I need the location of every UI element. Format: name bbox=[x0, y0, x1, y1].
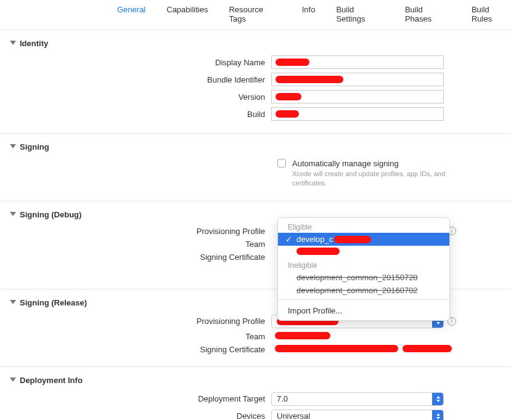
auto-manage-label: Automatically manage signing bbox=[292, 159, 452, 168]
devices-dropdown[interactable]: Universal bbox=[271, 410, 444, 420]
disclosure-icon[interactable] bbox=[10, 41, 16, 45]
release-cert-label: Signing Certificate bbox=[0, 345, 271, 354]
popup-item-selected[interactable]: develop_c bbox=[278, 233, 449, 246]
signing-debug-section: Signing (Debug) Provisioning Profile i T… bbox=[0, 201, 511, 289]
tab-info[interactable]: Info bbox=[302, 5, 316, 23]
auto-manage-desc: Xcode will create and update profiles, a… bbox=[292, 169, 452, 188]
tab-build-phases[interactable]: Build Phases bbox=[405, 5, 451, 23]
debug-profile-label: Provisioning Profile bbox=[0, 227, 271, 236]
version-field[interactable] bbox=[271, 90, 444, 103]
signing-section: Signing Automatically manage signing Xco… bbox=[0, 134, 511, 201]
tab-general[interactable]: General bbox=[117, 5, 145, 23]
bundle-id-label: Bundle Identifier bbox=[0, 75, 271, 84]
disclosure-icon[interactable] bbox=[10, 144, 16, 148]
deployment-section: Deployment Info Deployment Target 7.0 De… bbox=[0, 367, 511, 420]
display-name-label: Display Name bbox=[0, 58, 271, 67]
signing-debug-title: Signing (Debug) bbox=[20, 210, 81, 219]
signing-title: Signing bbox=[20, 142, 49, 151]
signing-release-title: Signing (Release) bbox=[20, 298, 87, 307]
disclosure-icon[interactable] bbox=[10, 212, 16, 216]
popup-import[interactable]: Import Profile... bbox=[278, 302, 449, 320]
version-label: Version bbox=[0, 92, 271, 102]
release-team-label: Team bbox=[0, 332, 271, 341]
build-label: Build bbox=[0, 110, 271, 119]
popup-eligible-header: Eligible bbox=[278, 220, 449, 233]
popup-item[interactable] bbox=[278, 246, 449, 259]
deployment-title: Deployment Info bbox=[20, 376, 83, 385]
disclosure-icon[interactable] bbox=[10, 300, 16, 304]
deployment-target-label: Deployment Target bbox=[0, 394, 271, 403]
tab-capabilities[interactable]: Capabilities bbox=[166, 5, 208, 23]
identity-section: Identity Display Name Bundle Identifier … bbox=[0, 30, 511, 134]
debug-team-label: Team bbox=[0, 240, 271, 249]
build-field[interactable] bbox=[271, 107, 444, 121]
popup-item[interactable]: development_common_20150728 bbox=[278, 271, 449, 284]
deployment-target-dropdown[interactable]: 7.0 bbox=[271, 392, 444, 406]
popup-ineligible-header: Ineligible bbox=[278, 259, 449, 271]
release-profile-label: Provisioning Profile bbox=[0, 317, 271, 326]
display-name-field[interactable] bbox=[271, 55, 444, 69]
bundle-id-field[interactable] bbox=[271, 73, 444, 86]
tab-bar: General Capabilities Resource Tags Info … bbox=[0, 0, 511, 30]
auto-manage-checkbox[interactable] bbox=[277, 159, 286, 168]
disclosure-icon[interactable] bbox=[10, 378, 16, 382]
popup-item[interactable]: development_common_20160702 bbox=[278, 284, 449, 297]
debug-cert-label: Signing Certificate bbox=[0, 252, 271, 262]
tab-build-settings[interactable]: Build Settings bbox=[336, 5, 383, 23]
profile-popup: Eligible develop_c Ineligible developmen… bbox=[277, 217, 450, 321]
tab-build-rules[interactable]: Build Rules bbox=[472, 5, 511, 23]
identity-title: Identity bbox=[20, 39, 48, 48]
tab-resource-tags[interactable]: Resource Tags bbox=[229, 5, 280, 23]
devices-label: Devices bbox=[0, 411, 271, 420]
